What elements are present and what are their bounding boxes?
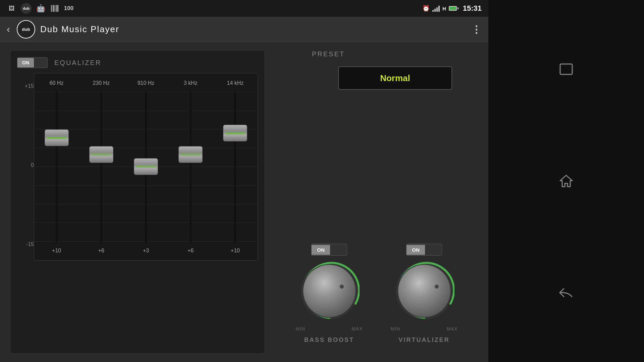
virtualizer-min-label: MIN (391, 326, 400, 331)
virtualizer-toggle-track[interactable] (425, 244, 442, 255)
menu-button[interactable]: ⋮ (471, 23, 482, 35)
status-bar-right: ⏰ H 15:31 (422, 4, 482, 13)
virtualizer-control: ON MIN MAX (391, 244, 458, 344)
title-bar: ‹ dub Dub Music Player ⋮ (0, 17, 488, 42)
slider-thumb-60hz[interactable] (45, 129, 69, 146)
bass-boost-knob[interactable] (299, 261, 360, 321)
sliders-area: 60 Hz +10 230 Hz (34, 73, 258, 261)
bass-boost-toggle[interactable]: ON (311, 244, 347, 256)
virtualizer-label: VIRTUALIZER (399, 337, 450, 344)
back-button[interactable]: ‹ (7, 23, 10, 35)
svg-rect-2 (53, 5, 54, 12)
preset-button[interactable]: Normal (338, 66, 452, 90)
svg-rect-5 (57, 5, 58, 12)
signal-icon (432, 5, 440, 12)
svg-rect-8 (560, 64, 572, 74)
status-bar-left: 🖼 dub 🤖 100 (7, 3, 74, 14)
slider-track-3khz[interactable] (190, 92, 192, 243)
svg-rect-1 (52, 5, 53, 12)
slider-track-container-910hz (145, 92, 147, 243)
time-display: 15:31 (463, 4, 482, 13)
window-nav-button[interactable] (556, 59, 576, 79)
bass-boost-knob-body[interactable] (303, 264, 356, 318)
virtualizer-toggle[interactable]: ON (406, 244, 442, 256)
android-nav (488, 0, 644, 362)
eq-header: ON EQUALIZER (17, 57, 258, 68)
bass-boost-label: BASS BOOST (304, 337, 354, 344)
eq-toggle-track[interactable] (34, 58, 47, 68)
slider-col-230hz: 230 Hz +6 (79, 80, 123, 254)
barcode-icon (50, 3, 60, 13)
svg-marker-9 (560, 175, 572, 187)
main-content: ON EQUALIZER +15 0 -15 60 Hz (0, 42, 488, 362)
right-panel: PRESET Normal ON (275, 50, 478, 354)
slider-thumb-910hz[interactable] (134, 158, 158, 175)
slider-track-container-3khz (190, 92, 192, 243)
slider-col-910hz: 910 Hz +3 (123, 80, 168, 254)
svg-rect-0 (51, 5, 52, 12)
virtualizer-max-label: MAX (446, 326, 458, 331)
bass-boost-max-label: MAX (352, 326, 363, 331)
slider-col-3khz: 3 kHz +6 (168, 80, 213, 254)
app-logo: dub (17, 20, 35, 39)
android-icon: 🤖 (36, 3, 46, 13)
bass-boost-toggle-track[interactable] (330, 244, 347, 255)
status-bar: 🖼 dub 🤖 100 ⏰ (0, 0, 488, 17)
alarm-icon: ⏰ (422, 5, 430, 12)
virtualizer-knob-dot (435, 285, 439, 289)
svg-rect-3 (55, 5, 55, 12)
slider-track-container-60hz (56, 92, 58, 243)
preset-section: PRESET Normal (275, 50, 478, 90)
back-nav-button[interactable] (556, 283, 576, 303)
slider-value-14khz: +10 (231, 248, 240, 254)
slider-thumb-14khz[interactable] (223, 125, 247, 141)
home-nav-button[interactable] (556, 171, 576, 191)
slider-value-3khz: +6 (187, 248, 194, 254)
bass-boost-knob-dot (340, 285, 344, 289)
preset-label: PRESET (312, 50, 345, 58)
effects-row: ON MIN (275, 97, 478, 354)
eq-title-label: EQUALIZER (54, 59, 101, 67)
slider-value-60hz: +10 (52, 248, 61, 254)
slider-track-910hz[interactable] (145, 92, 147, 243)
slider-track-14khz[interactable] (234, 92, 236, 243)
equalizer-panel: ON EQUALIZER +15 0 -15 60 Hz (10, 50, 265, 354)
freq-label-910hz: 910 Hz (138, 80, 155, 86)
slider-thumb-3khz[interactable] (178, 146, 203, 163)
photo-icon: 🖼 (7, 3, 17, 13)
scale-mid: 0 (17, 162, 34, 168)
virtualizer-toggle-on-label[interactable]: ON (407, 245, 425, 255)
svg-rect-4 (56, 5, 57, 12)
bass-boost-min-label: MIN (296, 326, 306, 331)
slider-thumb-230hz[interactable] (89, 146, 113, 163)
scale-labels: +15 0 -15 (17, 73, 34, 261)
scale-bottom: -15 (17, 241, 34, 247)
bass-boost-min-max: MIN MAX (296, 326, 363, 331)
bass-boost-toggle-on-label[interactable]: ON (312, 245, 330, 255)
slider-track-60hz[interactable] (56, 92, 58, 243)
slider-track-container-14khz (234, 92, 236, 243)
network-type-icon: H (442, 6, 446, 11)
slider-track-container-230hz (100, 92, 102, 243)
freq-label-60hz: 60 Hz (50, 80, 64, 86)
battery-percent-icon: 100 (64, 3, 74, 13)
virtualizer-min-max: MIN MAX (391, 326, 458, 331)
slider-track-230hz[interactable] (100, 92, 102, 243)
slider-col-14khz: 14 kHz +10 (213, 80, 258, 254)
virtualizer-knob[interactable] (394, 261, 454, 321)
scale-top: +15 (17, 83, 34, 89)
slider-value-910hz: +3 (143, 248, 149, 254)
sliders-container: +15 0 -15 60 Hz +10 (17, 73, 258, 261)
virtualizer-knob-body[interactable] (397, 264, 451, 318)
eq-toggle-on-label[interactable]: ON (17, 58, 34, 67)
eq-toggle[interactable]: ON (17, 57, 48, 68)
bass-boost-control: ON MIN (296, 244, 363, 344)
slider-value-230hz: +6 (98, 248, 104, 254)
dub-app-icon: dub (21, 3, 32, 14)
battery-icon (449, 6, 459, 11)
freq-label-14khz: 14 kHz (227, 80, 244, 86)
freq-label-3khz: 3 kHz (184, 80, 198, 86)
app-title: Dub Music Player (40, 24, 119, 35)
slider-col-60hz: 60 Hz +10 (34, 80, 79, 254)
title-bar-left: ‹ dub Dub Music Player (7, 20, 119, 39)
